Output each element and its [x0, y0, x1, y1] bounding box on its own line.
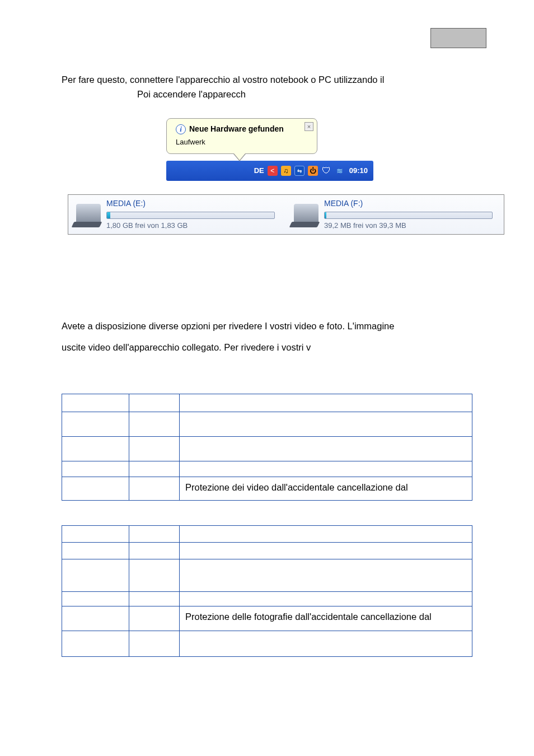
cell [62, 606, 129, 631]
drive-usage-bar [324, 212, 493, 219]
close-icon[interactable]: × [305, 122, 313, 131]
windows-taskbar: DE < ♫ ⇆ ⏻ 🛡 ≋ 09:10 [166, 161, 373, 181]
drive-usage-fill [325, 212, 326, 218]
cell [62, 394, 129, 412]
cell [129, 631, 180, 657]
intro-line2: Poi accendere l'apparecch [62, 87, 472, 102]
cell [180, 559, 472, 592]
drive-icon [294, 204, 318, 225]
balloon-tip [234, 153, 245, 160]
page-content: Per fare questo, connettere l'apparecchi… [0, 0, 534, 657]
playback-paragraph: Avete a disposizione diverse opzioni per… [62, 319, 472, 354]
drive-info: MEDIA (F:) 39,2 MB frei von 39,3 MB [324, 198, 496, 231]
cell [62, 461, 129, 477]
table-row: Protezione dei video dall'accidentale ca… [62, 477, 472, 501]
cell [180, 592, 472, 606]
cell [180, 631, 472, 657]
table-row [62, 543, 472, 559]
cell [62, 592, 129, 606]
cell [129, 559, 180, 592]
table-row [62, 412, 472, 437]
drive-free-text: 1,80 GB frei von 1,83 GB [106, 220, 278, 231]
cell [62, 631, 129, 657]
cell [129, 394, 180, 412]
cell [129, 526, 180, 543]
drive-usage-bar [106, 212, 275, 219]
intro-line1: Per fare questo, connettere l'apparecchi… [62, 73, 472, 87]
drive-free-text: 39,2 MB frei von 39,3 MB [324, 220, 496, 231]
cell [129, 592, 180, 606]
cell [180, 437, 472, 461]
windows-notification-area: × i Neue Hardware gefunden Laufwerk DE <… [110, 118, 424, 235]
cell: Protezione delle fotografie dall'acciden… [180, 606, 472, 631]
balloon-subtitle: Laufwerk [176, 137, 308, 148]
playback-line1: Avete a disposizione diverse opzioni per… [62, 319, 472, 334]
cell [180, 412, 472, 437]
taskbar-clock[interactable]: 09:10 [349, 165, 368, 176]
balloon-title: i Neue Hardware gefunden [176, 123, 308, 136]
table-row [62, 526, 472, 543]
tray-icon-red[interactable]: < [268, 166, 278, 176]
info-icon: i [176, 124, 186, 134]
drive-icon [76, 204, 101, 225]
table-row [62, 461, 472, 477]
table-row [62, 631, 472, 657]
cell [129, 461, 180, 477]
cell [62, 543, 129, 559]
cell [180, 394, 472, 412]
balloon-title-text: Neue Hardware gefunden [189, 123, 284, 136]
drive-e[interactable]: MEDIA (E:) 1,80 GB frei von 1,83 GB [68, 195, 286, 234]
cell [180, 543, 472, 559]
cell [62, 559, 129, 592]
drive-name: MEDIA (F:) [324, 198, 496, 210]
hardware-found-balloon: × i Neue Hardware gefunden Laufwerk [166, 118, 317, 154]
explorer-drives: MEDIA (E:) 1,80 GB frei von 1,83 GB MEDI… [68, 194, 504, 235]
drive-f[interactable]: MEDIA (F:) 39,2 MB frei von 39,3 MB [286, 195, 504, 234]
cell [129, 543, 180, 559]
playback-line2: uscite video dell'apparecchio collegato.… [62, 340, 472, 355]
cell [129, 412, 180, 437]
tray-icon-volume[interactable]: ♫ [281, 166, 291, 176]
photo-mode-table: Protezione delle fotografie dall'acciden… [62, 525, 472, 657]
cell [62, 412, 129, 437]
cell [62, 526, 129, 543]
cell [129, 437, 180, 461]
drive-info: MEDIA (E:) 1,80 GB frei von 1,83 GB [106, 198, 278, 231]
cell [62, 477, 129, 501]
drive-usage-fill [107, 212, 110, 218]
drive-name: MEDIA (E:) [106, 198, 278, 210]
cell: Protezione dei video dall'accidentale ca… [180, 477, 472, 501]
cell [180, 526, 472, 543]
video-mode-table: Protezione dei video dall'accidentale ca… [62, 394, 472, 501]
cell [129, 477, 180, 501]
tray-icon-safe-remove[interactable]: ⇆ [294, 166, 305, 176]
table-row [62, 559, 472, 592]
table-row [62, 437, 472, 461]
cell [180, 461, 472, 477]
table-row: Protezione delle fotografie dall'acciden… [62, 606, 472, 631]
table-row [62, 592, 472, 606]
intro-paragraph: Per fare questo, connettere l'apparecchi… [62, 73, 472, 101]
tray-icon-power[interactable]: ⏻ [308, 166, 318, 176]
table-row [62, 394, 472, 412]
tray-icon-network[interactable]: ≋ [335, 166, 345, 176]
page-number-box [430, 28, 486, 48]
tables: Protezione dei video dall'accidentale ca… [62, 394, 472, 657]
tray-icon-shield[interactable]: 🛡 [321, 166, 331, 176]
cell [129, 606, 180, 631]
language-indicator[interactable]: DE [254, 165, 264, 176]
cell [62, 437, 129, 461]
